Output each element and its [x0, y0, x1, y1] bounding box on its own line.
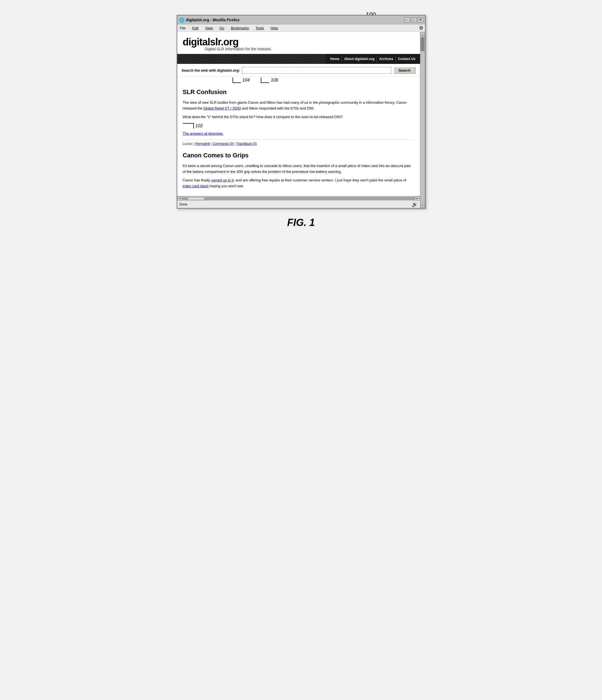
menu-file[interactable]: File — [179, 25, 187, 31]
vertical-scrollbar[interactable]: ▲ ▼ — [420, 32, 425, 208]
article-1-title: SLR Confusion — [183, 88, 415, 97]
menu-view[interactable]: View — [204, 25, 214, 31]
status-bar: Done 🔊 — [177, 201, 420, 208]
patent-label-106: 106 — [271, 78, 278, 83]
scroll-thumb-v[interactable] — [421, 38, 424, 51]
search-button[interactable]: Search — [394, 67, 415, 74]
nav-archives[interactable]: Archives — [377, 55, 396, 62]
scroll-track — [182, 197, 415, 200]
article-1-link-para: The answers at dpreview. — [183, 131, 415, 136]
patent-label-104: 104 — [243, 78, 250, 83]
dpreview-link[interactable]: The answers at dpreview. — [183, 131, 223, 135]
toolbar-icon: ⚙ — [419, 25, 423, 31]
article-2-para-2: Canon has finally owned up to it, and ar… — [183, 178, 415, 189]
title-bar: 🌐 digitalslr.org - Mozilla Firefox ─ □ ✕ — [177, 16, 425, 24]
main-content: SLR Confusion The slew of new SLR bodies… — [177, 83, 420, 196]
menu-go[interactable]: Go — [219, 25, 225, 31]
window-controls[interactable]: ─ □ ✕ — [405, 18, 423, 22]
article-2-title: Canon Comes to Grips — [183, 151, 415, 160]
nav-about[interactable]: About digitalslr.org — [342, 55, 377, 62]
search-label: Search the web with digitalslr.org: — [182, 68, 240, 72]
nav-decoration — [177, 54, 326, 64]
owned-up-link[interactable]: owned up to it — [211, 178, 234, 182]
site-logo: digitalslr.org — [183, 36, 415, 48]
menu-edit[interactable]: Edit — [191, 25, 199, 31]
article-1-footer: Lucian | Permalink | Comments (0) | Trac… — [183, 140, 415, 146]
nav-bar: Home About digitalslr.org Archives Conta… — [177, 54, 420, 64]
browser-icon: 🌐 — [179, 18, 184, 22]
search-bar: Search the web with digitalslr.org: Sear… — [177, 64, 420, 77]
permalink-link[interactable]: Permalink — [195, 142, 210, 146]
article-1-para-2: What does the "s" behind the D70s stand … — [183, 114, 415, 120]
index-card-link[interactable]: index card black — [183, 184, 209, 188]
minimize-button[interactable]: ─ — [405, 18, 410, 22]
horizontal-scrollbar[interactable]: ◄ ► — [177, 196, 420, 201]
browser-title: digitalslr.org - Mozilla Firefox — [186, 18, 240, 22]
article-2-para-1: It's been a secret among Canon users, un… — [183, 163, 415, 175]
site-header: digitalslr.org Digital SLR information f… — [177, 32, 420, 54]
nav-contact[interactable]: Contact Us — [396, 55, 418, 62]
scroll-up-arrow[interactable]: ▲ — [421, 32, 424, 37]
menu-bookmarks[interactable]: Bookmarks — [230, 25, 250, 31]
digital-rebel-link[interactable]: Digital Rebel XT / 350D — [203, 106, 241, 110]
scroll-thumb[interactable] — [188, 197, 204, 200]
nav-home[interactable]: Home — [328, 55, 342, 62]
patent-label-102: 102 — [196, 123, 203, 129]
trackback-link[interactable]: TrackBack (0) — [236, 142, 257, 146]
status-icon: 🔊 — [412, 201, 418, 207]
status-text: Done — [179, 202, 187, 206]
menu-bar: File Edit View Go Bookmarks Tools Help ⚙ — [177, 24, 425, 32]
article-1-para-1: The slew of new SLR bodies from giants C… — [183, 100, 415, 111]
search-input[interactable] — [242, 67, 391, 74]
figure-label: FIG. 1 — [287, 217, 315, 228]
close-button[interactable]: ✕ — [418, 18, 423, 22]
maximize-button[interactable]: □ — [411, 18, 417, 22]
scroll-left-arrow[interactable]: ◄ — [178, 197, 182, 201]
scroll-down-arrow[interactable]: ▼ — [421, 203, 424, 207]
scroll-right-arrow[interactable]: ► — [415, 197, 420, 201]
comments-link[interactable]: Comments (0) — [212, 142, 234, 146]
menu-tools[interactable]: Tools — [254, 25, 265, 31]
site-tagline: Digital SLR information for the masses. — [205, 47, 415, 51]
menu-help[interactable]: Help — [270, 25, 279, 31]
